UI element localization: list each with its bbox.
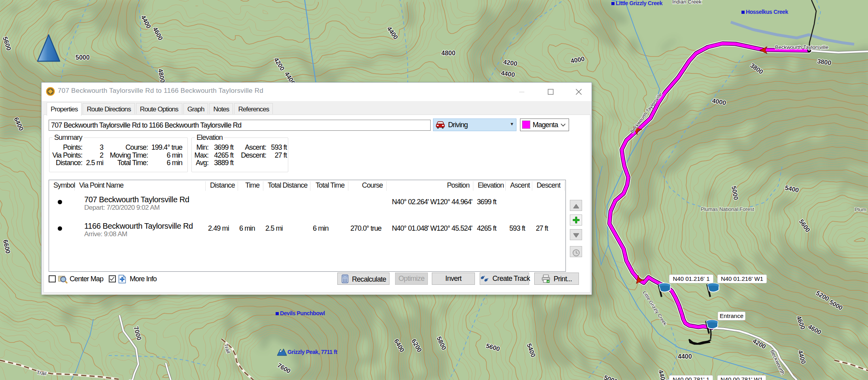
svg-text:N40 00.781' W1: N40 00.781' W1 (720, 376, 763, 380)
svg-text:Plumas National Forest: Plumas National Forest (701, 206, 754, 212)
svg-text:Little Grizzly Creek: Little Grizzly Creek (616, 0, 663, 6)
svg-text:N40 01.216' 1: N40 01.216' 1 (673, 275, 710, 282)
svg-text:4400: 4400 (678, 353, 692, 360)
svg-text:Plum: Plum (855, 207, 866, 213)
svg-text:Grizzly Peak, 7711 ft: Grizzly Peak, 7711 ft (287, 349, 337, 355)
svg-text:N40 00.781' 1: N40 00.781' 1 (673, 376, 709, 380)
svg-text:N40 01.216' W1: N40 01.216' W1 (721, 275, 763, 282)
svg-text:5000: 5000 (76, 54, 90, 61)
svg-text:Indian Creek: Indian Creek (672, 0, 702, 5)
svg-text:Beckwourth Taylorsville: Beckwourth Taylorsville (775, 44, 828, 50)
svg-text:4800: 4800 (441, 50, 456, 56)
svg-text:Devils Punchbowl: Devils Punchbowl (280, 310, 325, 316)
svg-text:Hosselkus Creek: Hosselkus Creek (746, 9, 788, 15)
svg-text:Entrance: Entrance (720, 312, 743, 319)
